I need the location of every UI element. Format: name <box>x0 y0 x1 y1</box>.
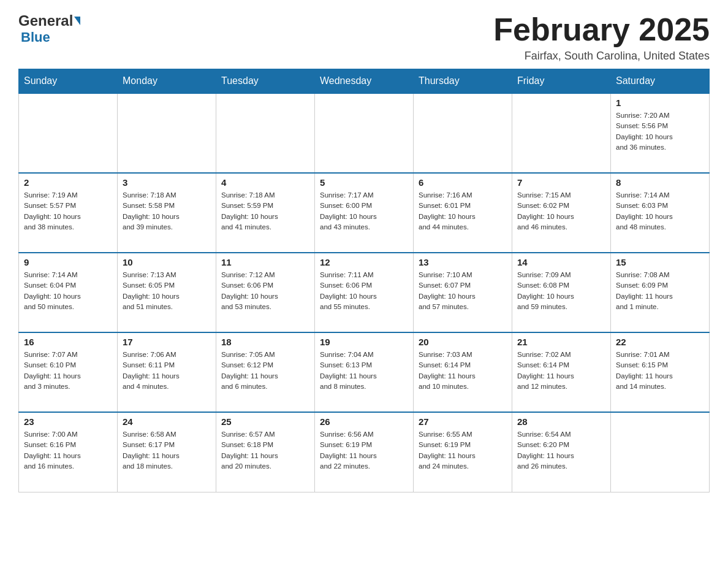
day-number: 6 <box>419 177 507 188</box>
month-title: February 2025 <box>493 12 710 47</box>
day-info: Sunrise: 7:19 AMSunset: 5:57 PMDaylight:… <box>24 190 112 232</box>
day-info: Sunrise: 7:16 AMSunset: 6:01 PMDaylight:… <box>419 190 507 232</box>
day-number: 12 <box>320 257 408 267</box>
day-number: 7 <box>517 177 605 188</box>
day-info: Sunrise: 6:54 AMSunset: 6:20 PMDaylight:… <box>517 429 605 472</box>
day-number: 15 <box>616 257 704 267</box>
day-number: 9 <box>24 257 112 267</box>
day-number: 20 <box>419 337 507 347</box>
calendar-week-4: 23Sunrise: 7:00 AMSunset: 6:16 PMDayligh… <box>19 412 710 492</box>
weekday-header-friday: Friday <box>512 69 611 94</box>
day-number: 8 <box>616 177 704 188</box>
day-info: Sunrise: 7:13 AMSunset: 6:05 PMDaylight:… <box>123 270 211 312</box>
day-info: Sunrise: 7:02 AMSunset: 6:14 PMDaylight:… <box>517 350 605 392</box>
day-number: 14 <box>517 257 605 267</box>
location-text: Fairfax, South Carolina, United States <box>493 50 710 63</box>
calendar-cell <box>216 93 315 173</box>
day-number: 10 <box>123 257 211 267</box>
day-info: Sunrise: 7:07 AMSunset: 6:10 PMDaylight:… <box>24 350 112 392</box>
calendar-week-3: 16Sunrise: 7:07 AMSunset: 6:10 PMDayligh… <box>19 332 710 412</box>
day-number: 3 <box>123 177 211 188</box>
day-info: Sunrise: 7:15 AMSunset: 6:02 PMDaylight:… <box>517 190 605 232</box>
calendar-cell: 15Sunrise: 7:08 AMSunset: 6:09 PMDayligh… <box>611 253 710 332</box>
calendar-cell: 17Sunrise: 7:06 AMSunset: 6:11 PMDayligh… <box>118 332 216 412</box>
day-info: Sunrise: 7:20 AMSunset: 5:56 PMDaylight:… <box>616 110 704 153</box>
logo-wrapper: General <box>18 12 82 29</box>
calendar-cell: 23Sunrise: 7:00 AMSunset: 6:16 PMDayligh… <box>19 412 118 492</box>
calendar-cell <box>118 93 216 173</box>
calendar-cell: 3Sunrise: 7:18 AMSunset: 5:58 PMDaylight… <box>118 173 216 253</box>
calendar-table: SundayMondayTuesdayWednesdayThursdayFrid… <box>18 69 710 492</box>
calendar-cell: 8Sunrise: 7:14 AMSunset: 6:03 PMDaylight… <box>611 173 710 253</box>
weekday-header-monday: Monday <box>118 69 216 94</box>
calendar-cell: 26Sunrise: 6:56 AMSunset: 6:19 PMDayligh… <box>315 412 414 492</box>
calendar-cell: 12Sunrise: 7:11 AMSunset: 6:06 PMDayligh… <box>315 253 414 332</box>
day-info: Sunrise: 7:14 AMSunset: 6:03 PMDaylight:… <box>616 190 704 232</box>
calendar-cell: 11Sunrise: 7:12 AMSunset: 6:06 PMDayligh… <box>216 253 315 332</box>
calendar-week-1: 2Sunrise: 7:19 AMSunset: 5:57 PMDaylight… <box>19 173 710 253</box>
calendar-cell: 28Sunrise: 6:54 AMSunset: 6:20 PMDayligh… <box>512 412 611 492</box>
day-info: Sunrise: 7:06 AMSunset: 6:11 PMDaylight:… <box>123 350 211 392</box>
day-number: 26 <box>320 416 408 427</box>
weekday-header-tuesday: Tuesday <box>216 69 315 94</box>
day-info: Sunrise: 7:12 AMSunset: 6:06 PMDaylight:… <box>221 270 309 312</box>
calendar-cell: 21Sunrise: 7:02 AMSunset: 6:14 PMDayligh… <box>512 332 611 412</box>
calendar-cell: 10Sunrise: 7:13 AMSunset: 6:05 PMDayligh… <box>118 253 216 332</box>
weekday-header-saturday: Saturday <box>611 69 710 94</box>
calendar-cell: 2Sunrise: 7:19 AMSunset: 5:57 PMDaylight… <box>19 173 118 253</box>
weekday-header-row: SundayMondayTuesdayWednesdayThursdayFrid… <box>19 69 710 94</box>
calendar-cell: 4Sunrise: 7:18 AMSunset: 5:59 PMDaylight… <box>216 173 315 253</box>
calendar-cell <box>414 93 512 173</box>
day-number: 28 <box>517 416 605 427</box>
day-info: Sunrise: 7:10 AMSunset: 6:07 PMDaylight:… <box>419 270 507 312</box>
logo: General Blue <box>18 12 82 45</box>
weekday-header-wednesday: Wednesday <box>315 69 414 94</box>
day-info: Sunrise: 7:18 AMSunset: 5:58 PMDaylight:… <box>123 190 211 232</box>
day-number: 21 <box>517 337 605 347</box>
calendar-cell <box>315 93 414 173</box>
page-header: General Blue February 2025 Fairfax, Sout… <box>18 12 710 63</box>
calendar-cell: 18Sunrise: 7:05 AMSunset: 6:12 PMDayligh… <box>216 332 315 412</box>
calendar-week-2: 9Sunrise: 7:14 AMSunset: 6:04 PMDaylight… <box>19 253 710 332</box>
day-number: 22 <box>616 337 704 347</box>
day-number: 18 <box>221 337 309 347</box>
calendar-cell: 13Sunrise: 7:10 AMSunset: 6:07 PMDayligh… <box>414 253 512 332</box>
day-number: 17 <box>123 337 211 347</box>
day-number: 27 <box>419 416 507 427</box>
day-info: Sunrise: 7:00 AMSunset: 6:16 PMDaylight:… <box>24 429 112 472</box>
logo-arrow-icon <box>74 17 80 25</box>
calendar-cell: 14Sunrise: 7:09 AMSunset: 6:08 PMDayligh… <box>512 253 611 332</box>
calendar-cell: 5Sunrise: 7:17 AMSunset: 6:00 PMDaylight… <box>315 173 414 253</box>
day-number: 1 <box>616 98 704 108</box>
day-info: Sunrise: 6:55 AMSunset: 6:19 PMDaylight:… <box>419 429 507 472</box>
day-info: Sunrise: 7:05 AMSunset: 6:12 PMDaylight:… <box>221 350 309 392</box>
calendar-cell <box>19 93 118 173</box>
day-number: 5 <box>320 177 408 188</box>
calendar-cell: 27Sunrise: 6:55 AMSunset: 6:19 PMDayligh… <box>414 412 512 492</box>
day-info: Sunrise: 7:18 AMSunset: 5:59 PMDaylight:… <box>221 190 309 232</box>
calendar-cell: 16Sunrise: 7:07 AMSunset: 6:10 PMDayligh… <box>19 332 118 412</box>
day-info: Sunrise: 7:11 AMSunset: 6:06 PMDaylight:… <box>320 270 408 312</box>
calendar-cell: 22Sunrise: 7:01 AMSunset: 6:15 PMDayligh… <box>611 332 710 412</box>
day-info: Sunrise: 7:17 AMSunset: 6:00 PMDaylight:… <box>320 190 408 232</box>
calendar-cell: 19Sunrise: 7:04 AMSunset: 6:13 PMDayligh… <box>315 332 414 412</box>
logo-blue-text: Blue <box>21 29 50 45</box>
calendar-cell: 7Sunrise: 7:15 AMSunset: 6:02 PMDaylight… <box>512 173 611 253</box>
calendar-cell <box>611 412 710 492</box>
day-number: 11 <box>221 257 309 267</box>
day-number: 13 <box>419 257 507 267</box>
calendar-week-0: 1Sunrise: 7:20 AMSunset: 5:56 PMDaylight… <box>19 93 710 173</box>
day-info: Sunrise: 7:03 AMSunset: 6:14 PMDaylight:… <box>419 350 507 392</box>
calendar-cell: 9Sunrise: 7:14 AMSunset: 6:04 PMDaylight… <box>19 253 118 332</box>
logo-blue-row: Blue <box>21 29 50 45</box>
logo-general-text: General <box>18 12 73 29</box>
day-number: 25 <box>221 416 309 427</box>
day-info: Sunrise: 7:14 AMSunset: 6:04 PMDaylight:… <box>24 270 112 312</box>
day-number: 24 <box>123 416 211 427</box>
calendar-cell: 25Sunrise: 6:57 AMSunset: 6:18 PMDayligh… <box>216 412 315 492</box>
day-info: Sunrise: 7:08 AMSunset: 6:09 PMDaylight:… <box>616 270 704 312</box>
calendar-cell: 20Sunrise: 7:03 AMSunset: 6:14 PMDayligh… <box>414 332 512 412</box>
day-info: Sunrise: 6:57 AMSunset: 6:18 PMDaylight:… <box>221 429 309 472</box>
day-number: 23 <box>24 416 112 427</box>
title-section: February 2025 Fairfax, South Carolina, U… <box>493 12 710 63</box>
